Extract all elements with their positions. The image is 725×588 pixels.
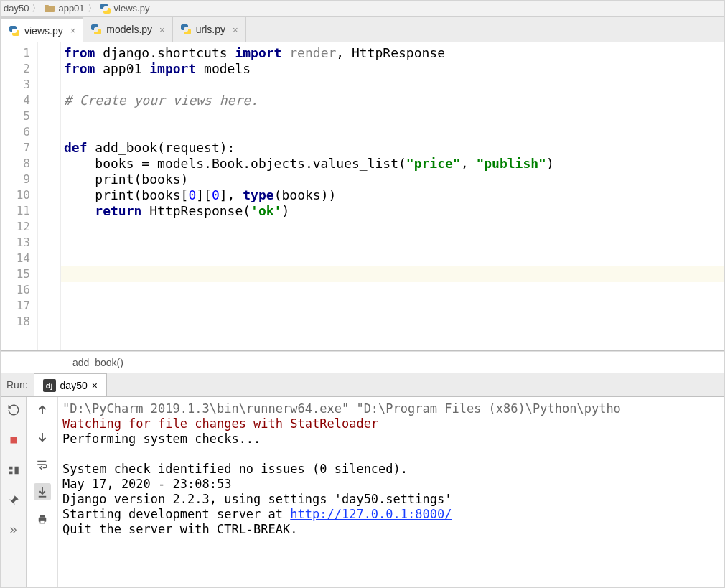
svg-rect-1 <box>45 5 49 7</box>
code-line[interactable]: def add_book(request): <box>61 140 724 156</box>
code-line[interactable]: print(books) <box>61 172 724 187</box>
code-line[interactable]: books = models.Book.objects.values_list(… <box>61 156 724 172</box>
run-config-name: day50 <box>60 380 88 391</box>
editor-tab[interactable]: views.py× <box>1 17 83 42</box>
code-line[interactable] <box>61 282 724 298</box>
console-output[interactable]: "D:\PyCharm 2019.1.3\bin\runnerw64.exe" … <box>58 397 724 587</box>
python-file-icon <box>180 24 192 35</box>
more-icon[interactable]: » <box>9 522 17 537</box>
down-arrow-icon[interactable] <box>34 429 51 446</box>
svg-rect-8 <box>40 521 45 524</box>
server-url-link[interactable]: http://127.0.0.1:8000/ <box>290 507 452 521</box>
svg-rect-7 <box>40 515 45 518</box>
python-file-icon <box>90 24 102 35</box>
close-icon[interactable]: × <box>159 24 165 35</box>
line-number-gutter: 123456789101112131415161718 <box>1 42 38 350</box>
close-icon[interactable]: × <box>233 24 238 35</box>
crumb-fn: add_book() <box>72 357 123 368</box>
close-icon[interactable]: × <box>70 25 76 36</box>
chevron-right-icon: 〉 <box>32 2 41 15</box>
code-line[interactable] <box>61 314 724 330</box>
folder-icon <box>44 3 55 14</box>
tab-label: models.py <box>106 24 152 35</box>
code-line[interactable] <box>61 77 724 93</box>
code-line[interactable]: # Create your views here. <box>61 93 724 108</box>
django-icon: dj <box>43 379 56 392</box>
python-file-icon <box>100 3 111 14</box>
breadcrumb-project[interactable]: day50 <box>4 3 29 14</box>
editor-crumb[interactable]: add_book() <box>1 351 724 373</box>
run-config-tab[interactable]: dj day50 × <box>34 373 107 396</box>
pin-icon[interactable] <box>5 492 22 509</box>
code-line[interactable] <box>61 108 724 124</box>
rerun-icon[interactable] <box>5 401 22 419</box>
breadcrumb-file[interactable]: views.py <box>100 3 150 14</box>
code-line[interactable] <box>61 251 724 266</box>
code-line[interactable]: return HttpResponse('ok') <box>61 203 724 219</box>
layout-icon[interactable] <box>5 462 22 479</box>
editor-tab[interactable]: models.py× <box>83 17 172 42</box>
tab-label: views.py <box>24 25 63 37</box>
svg-rect-3 <box>9 467 12 470</box>
python-file-icon <box>9 25 20 37</box>
up-arrow-icon[interactable] <box>34 401 51 419</box>
print-icon[interactable] <box>34 510 51 528</box>
svg-rect-5 <box>14 467 18 475</box>
editor-tab[interactable]: urls.py× <box>173 17 246 42</box>
svg-rect-4 <box>9 472 12 475</box>
editor-split: 123456789101112131415161718 from django.… <box>1 42 724 587</box>
code-line[interactable] <box>61 219 724 235</box>
breadcrumb-app[interactable]: app01 <box>44 3 84 14</box>
code-line[interactable]: print(books[0][0], type(books)) <box>61 187 724 203</box>
soft-wrap-icon[interactable] <box>34 456 51 473</box>
code-line[interactable] <box>61 124 724 140</box>
svg-rect-2 <box>10 437 17 444</box>
code-line[interactable]: from app01 import models <box>61 61 724 77</box>
stop-icon[interactable] <box>5 431 22 449</box>
ide-window: { "breadcrumb": { "project": "day50", "a… <box>0 0 725 588</box>
scroll-to-end-icon[interactable] <box>34 483 51 500</box>
code-line[interactable] <box>61 266 724 282</box>
editor-pane[interactable]: 123456789101112131415161718 from django.… <box>1 42 724 351</box>
code-line[interactable] <box>61 298 724 314</box>
fold-column <box>38 42 61 350</box>
code-line[interactable]: from django.shortcuts import render, Htt… <box>61 45 724 61</box>
chevron-right-icon: 〉 <box>88 2 97 15</box>
editor-tab-bar: views.py×models.py×urls.py× <box>1 17 724 42</box>
run-tool-column-2 <box>27 397 58 587</box>
code-area[interactable]: from django.shortcuts import render, Htt… <box>61 42 724 350</box>
code-line[interactable] <box>61 235 724 251</box>
breadcrumb: day50 〉 app01 〉 views.py <box>1 1 724 17</box>
run-body: » "D:\PyCharm 2019.1.3\bin\runnerw64.exe… <box>1 397 724 587</box>
run-toolbar: Run: dj day50 × <box>1 373 724 397</box>
close-icon[interactable]: × <box>92 380 98 391</box>
run-tool-column-1: » <box>1 397 27 587</box>
tab-label: urls.py <box>196 24 225 35</box>
run-label: Run: <box>1 379 34 391</box>
